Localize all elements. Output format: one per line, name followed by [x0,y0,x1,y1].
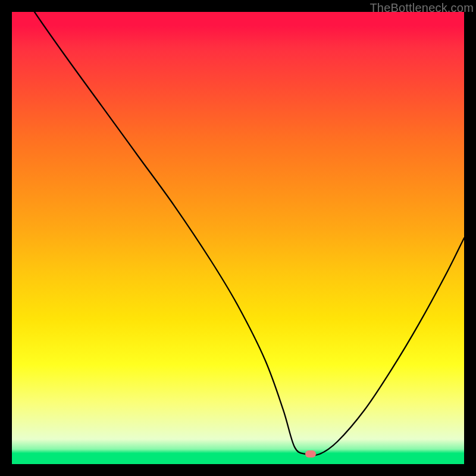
watermark-text: TheBottleneck.com [369,1,474,15]
chart-frame: TheBottleneck.com [0,0,476,476]
optimal-marker [305,450,316,458]
chart-line-layer [12,12,464,464]
plot-area [12,12,464,464]
bottleneck-curve-path [12,12,464,455]
